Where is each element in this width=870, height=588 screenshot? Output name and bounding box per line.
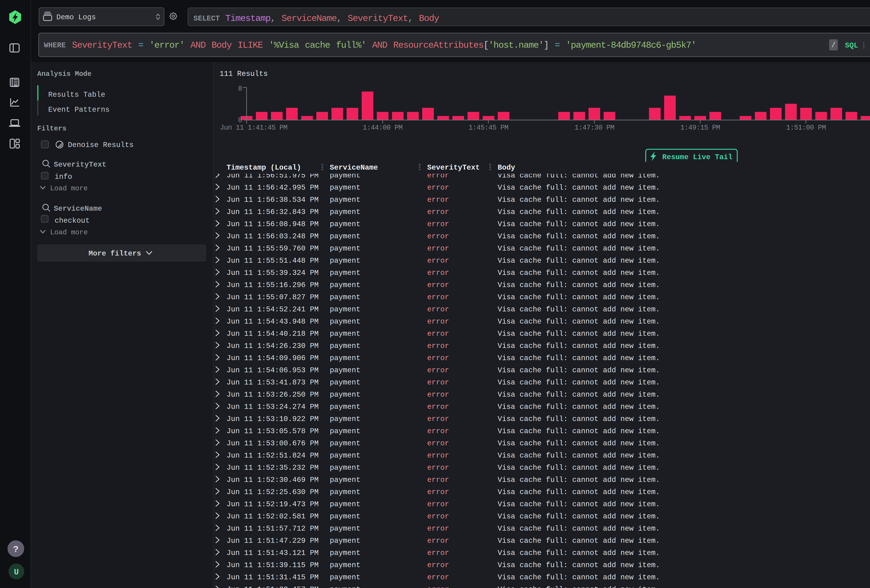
svg-text:Visa cache full: cannot add ne: Visa cache full: cannot add new item. [498,524,660,533]
svg-text:Visa cache full: cannot add ne: Visa cache full: cannot add new item. [498,342,660,350]
svg-text:SQL: SQL [845,42,858,50]
svg-text:Jun 11 1:54:43.948 PM: Jun 11 1:54:43.948 PM [226,317,319,326]
svg-text:1:51:00 PM: 1:51:00 PM [786,124,826,132]
svg-text:Jun 11 1:53:10.922 PM: Jun 11 1:53:10.922 PM [226,415,319,423]
svg-text:info: info [55,173,72,181]
svg-text:?: ? [13,545,18,555]
svg-text:payment: payment [330,354,361,362]
svg-text:payment: payment [330,476,361,484]
svg-text:Jun 11 1:55:16.296 PM: Jun 11 1:55:16.296 PM [226,281,319,289]
svg-text:payment: payment [330,464,361,472]
svg-text:payment: payment [330,500,361,509]
svg-text:Jun 11 1:52:25.630 PM: Jun 11 1:52:25.630 PM [226,488,319,496]
svg-text:Jun 11 1:53:26.250 PM: Jun 11 1:53:26.250 PM [226,390,319,399]
svg-text:error: error [427,427,449,435]
svg-text:payment: payment [330,317,361,326]
svg-text:error: error [427,476,449,484]
svg-text:Visa cache full: cannot add ne: Visa cache full: cannot add new item. [498,512,660,521]
svg-text:payment: payment [330,305,361,314]
svg-text:Jun 11 1:51:23.457 PM: Jun 11 1:51:23.457 PM [226,585,319,588]
svg-text:error: error [427,342,449,350]
svg-text:error: error [427,439,449,448]
svg-text:Visa cache full: cannot add ne: Visa cache full: cannot add new item. [498,281,660,289]
svg-text:error: error [427,451,449,460]
svg-text:payment: payment [330,342,361,350]
svg-text:SELECT: SELECT [194,15,220,23]
svg-text:Event Patterns: Event Patterns [48,106,110,114]
svg-text:Jun 11 1:51:47.229 PM: Jun 11 1:51:47.229 PM [226,537,319,545]
svg-text:1:45:45 PM: 1:45:45 PM [469,124,508,132]
svg-text:Visa cache full: cannot add ne: Visa cache full: cannot add new item. [498,427,660,435]
svg-text:payment: payment [330,451,361,460]
svg-text:error: error [427,257,449,265]
svg-text:payment: payment [330,232,361,241]
svg-text:error: error [427,183,449,192]
svg-text:/: / [831,41,836,49]
svg-text:ServiceName: ServiceName [330,164,378,172]
svg-text:Jun 11 1:53:24.274 PM: Jun 11 1:53:24.274 PM [226,403,319,411]
svg-text:Jun 11 1:51:31.415 PM: Jun 11 1:51:31.415 PM [226,573,319,582]
svg-text:payment: payment [330,330,361,338]
svg-text:Jun 11 1:54:09.906 PM: Jun 11 1:54:09.906 PM [226,354,319,362]
svg-text:payment: payment [330,208,361,216]
svg-text:Visa cache full: cannot add ne: Visa cache full: cannot add new item. [498,330,660,338]
svg-text:error: error [427,561,449,569]
svg-text:Visa cache full: cannot add ne: Visa cache full: cannot add new item. [498,196,660,204]
svg-text:payment: payment [330,366,361,375]
svg-text:Visa cache full: cannot add ne: Visa cache full: cannot add new item. [498,366,660,375]
svg-text:error: error [427,366,449,375]
svg-text:Timestamp (Local): Timestamp (Local) [226,164,301,172]
svg-text:Visa cache full: cannot add ne: Visa cache full: cannot add new item. [498,573,660,582]
svg-text:Denoise Results: Denoise Results [68,141,134,149]
svg-text:Visa cache full: cannot add ne: Visa cache full: cannot add new item. [498,585,660,588]
svg-text:error: error [427,269,449,277]
svg-text:payment: payment [330,378,361,387]
svg-text:Jun 11 1:51:43.121 PM: Jun 11 1:51:43.121 PM [226,549,319,557]
svg-text:SeverityText: SeverityText [54,161,106,169]
svg-text:payment: payment [330,537,361,545]
svg-text:payment: payment [330,196,361,204]
svg-text:Jun 11 1:56:08.948 PM: Jun 11 1:56:08.948 PM [226,220,319,228]
svg-text:payment: payment [330,524,361,533]
svg-text:Jun 11 1:56:42.995 PM: Jun 11 1:56:42.995 PM [226,183,319,192]
svg-text:Visa cache full: cannot add ne: Visa cache full: cannot add new item. [498,269,660,277]
svg-text:error: error [427,354,449,362]
svg-text:payment: payment [330,183,361,192]
svg-text:error: error [427,488,449,496]
svg-text:1:47:30 PM: 1:47:30 PM [575,124,614,132]
svg-text:WHERE: WHERE [44,41,66,49]
svg-text:Results Table: Results Table [48,91,105,99]
svg-text:Jun 11 1:55:51.448 PM: Jun 11 1:55:51.448 PM [226,257,319,265]
svg-text:error: error [427,500,449,509]
svg-text:Visa cache full: cannot add ne: Visa cache full: cannot add new item. [498,293,660,301]
svg-text:1:44:00 PM: 1:44:00 PM [363,124,402,132]
svg-text:1:49:15 PM: 1:49:15 PM [680,124,720,132]
svg-text:payment: payment [330,439,361,448]
svg-text:Visa cache full: cannot add ne: Visa cache full: cannot add new item. [498,183,660,192]
svg-text:ServiceName: ServiceName [54,205,102,213]
svg-text:error: error [427,464,449,472]
svg-text:Jun 11 1:55:59.760 PM: Jun 11 1:55:59.760 PM [226,244,319,253]
svg-text:payment: payment [330,427,361,435]
svg-text:111 Results: 111 Results [220,70,268,78]
svg-text:payment: payment [330,549,361,557]
svg-text:Visa cache full: cannot add ne: Visa cache full: cannot add new item. [498,549,660,557]
svg-text:Visa cache full: cannot add ne: Visa cache full: cannot add new item. [498,208,660,216]
svg-text:Jun 11 1:55:39.324 PM: Jun 11 1:55:39.324 PM [226,269,319,277]
svg-text:Visa cache full: cannot add ne: Visa cache full: cannot add new item. [498,561,660,569]
svg-text:error: error [427,317,449,326]
svg-text:payment: payment [330,512,361,521]
svg-text:Visa cache full: cannot add ne: Visa cache full: cannot add new item. [498,500,660,509]
svg-text:payment: payment [330,561,361,569]
svg-text:Jun 11 1:56:32.843 PM: Jun 11 1:56:32.843 PM [226,208,319,216]
svg-text:Visa cache full: cannot add ne: Visa cache full: cannot add new item. [498,488,660,496]
svg-text:error: error [427,512,449,521]
svg-text:payment: payment [330,293,361,301]
svg-text:checkout: checkout [55,217,90,225]
svg-text:error: error [427,244,449,253]
svg-text:0: 0 [238,116,242,124]
svg-text:|: | [862,41,866,49]
svg-text:payment: payment [330,585,361,588]
svg-text:Jun 11 1:51:57.712 PM: Jun 11 1:51:57.712 PM [226,524,319,533]
svg-text:error: error [427,305,449,314]
